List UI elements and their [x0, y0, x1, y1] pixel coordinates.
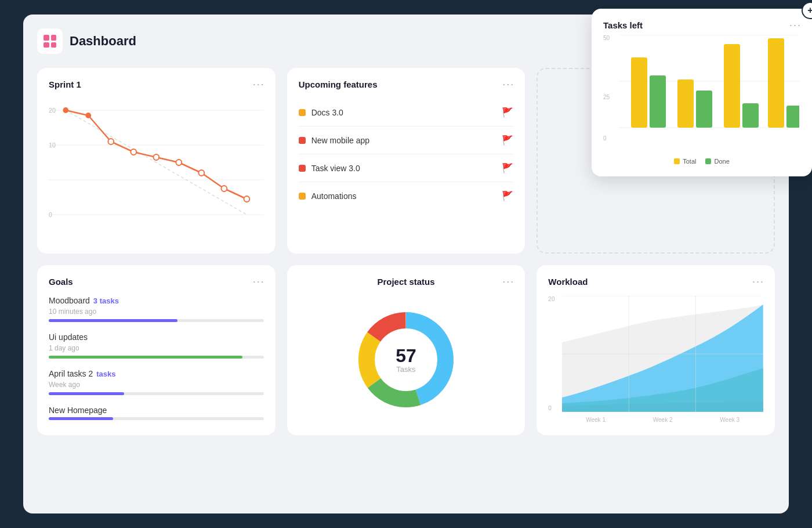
y-label-25: 25 — [603, 94, 610, 100]
svg-text:10: 10 — [49, 142, 56, 149]
legend-total-dot — [674, 158, 680, 164]
goals-menu[interactable]: ··· — [253, 276, 265, 288]
sprint-card: Sprint 1 ··· 20 10 0 — [37, 68, 276, 254]
feature-item-docs: Docs 3.0 🚩 — [299, 99, 514, 126]
goal-name-moodboard: Moodboard — [49, 296, 90, 305]
tasks-left-title: Tasks left — [603, 20, 800, 30]
svg-point-25 — [198, 170, 204, 176]
svg-point-26 — [222, 186, 227, 191]
goal-name-april: April tasks 2 — [49, 369, 93, 378]
svg-rect-7 — [724, 44, 740, 128]
progress-fill-homepage — [49, 417, 113, 420]
svg-point-27 — [244, 196, 250, 202]
goals-title: Goals — [49, 277, 264, 287]
flag-taskview: 🚩 — [502, 162, 513, 173]
workload-x-labels: Week 1 Week 2 Week 3 — [562, 417, 763, 423]
add-widget-button[interactable]: + — [802, 2, 812, 19]
sprint-menu[interactable]: ··· — [253, 78, 265, 91]
legend-done-dot — [705, 158, 711, 164]
svg-rect-10 — [786, 106, 799, 128]
svg-rect-8 — [742, 103, 759, 128]
workload-menu[interactable]: ··· — [752, 276, 764, 288]
donut-chart: 57 Tasks — [348, 302, 464, 418]
flag-automations: 🚩 — [502, 190, 513, 201]
project-menu[interactable]: ··· — [502, 276, 514, 288]
goals-card: Goals ··· Moodboard 3 tasks 10 minutes a… — [37, 265, 276, 435]
sprint-chart: 20 10 0 — [49, 99, 264, 238]
goal-name-ui: Ui updates — [49, 332, 88, 342]
workload-card: Workload ··· 20 0 — [536, 265, 775, 435]
progress-track-april — [49, 392, 264, 395]
goal-badge-april: tasks — [96, 370, 115, 378]
donut-number: 57 — [396, 346, 416, 365]
progress-track-moodboard — [49, 319, 264, 322]
y-label-50: 50 — [603, 35, 610, 41]
progress-fill-ui — [49, 356, 242, 359]
svg-point-20 — [85, 113, 91, 118]
legend-done: Done — [705, 158, 729, 165]
legend-total: Total — [674, 158, 696, 165]
donut-label: Tasks — [396, 365, 416, 374]
svg-point-24 — [176, 160, 182, 165]
svg-point-19 — [63, 107, 68, 113]
feature-name-mobile: New mobile app — [311, 136, 369, 145]
svg-text:0: 0 — [49, 211, 52, 218]
svg-point-23 — [153, 154, 159, 160]
feature-name-automations: Automations — [311, 191, 357, 201]
svg-rect-9 — [768, 38, 784, 128]
logo — [37, 28, 63, 54]
feature-item-mobile: New mobile app 🚩 — [299, 126, 514, 154]
goal-time-ui: 1 day ago — [49, 344, 264, 352]
logo-grid — [44, 35, 56, 48]
y-label-0: 0 — [603, 135, 607, 142]
svg-rect-4 — [650, 75, 666, 128]
goal-item-homepage: New Homepage — [49, 406, 264, 420]
features-card: Upcoming features ··· Docs 3.0 🚩 New mob… — [287, 68, 525, 254]
feature-dot-docs — [299, 109, 306, 116]
goal-time-april: Week ago — [49, 381, 264, 389]
donut-center: 57 Tasks — [396, 346, 416, 374]
features-menu[interactable]: ··· — [502, 78, 514, 91]
svg-point-21 — [108, 139, 114, 144]
features-title: Upcoming features — [299, 79, 514, 89]
tasks-left-card: + Tasks left ··· 50 25 0 — [592, 9, 812, 176]
goal-item-moodboard: Moodboard 3 tasks 10 minutes ago — [49, 296, 264, 322]
workload-y-0: 0 — [548, 405, 552, 411]
workload-chart-area: 20 0 — [548, 296, 763, 423]
tasks-left-menu[interactable]: ··· — [789, 19, 802, 31]
feature-name-taskview: Task view 3.0 — [311, 164, 360, 173]
goal-item-ui: Ui updates 1 day ago — [49, 332, 264, 359]
feature-dot-mobile — [299, 137, 306, 144]
project-title: Project status — [377, 277, 434, 287]
app-container: Dashboard + Tasks left ··· 50 25 0 — [23, 15, 789, 513]
x-label-week2: Week 2 — [653, 417, 673, 423]
x-label-week1: Week 1 — [586, 417, 606, 423]
feature-name-docs: Docs 3.0 — [311, 108, 343, 117]
x-label-week3: Week 3 — [720, 417, 740, 423]
progress-track-homepage — [49, 417, 264, 420]
tasks-chart-legend: Total Done — [603, 158, 800, 165]
flag-docs: 🚩 — [502, 107, 513, 118]
svg-rect-5 — [677, 79, 694, 128]
goal-time-moodboard: 10 minutes ago — [49, 308, 264, 316]
feature-item-automations: Automations 🚩 — [299, 182, 514, 209]
goal-item-april: April tasks 2 tasks Week ago — [49, 369, 264, 395]
svg-rect-3 — [631, 57, 647, 128]
project-status-card: Project status ··· — [287, 265, 525, 435]
feature-dot-taskview — [299, 165, 306, 172]
svg-rect-6 — [696, 91, 712, 128]
progress-fill-april — [49, 392, 124, 395]
workload-title: Workload — [548, 277, 763, 287]
progress-fill-moodboard — [49, 319, 177, 322]
flag-mobile: 🚩 — [502, 135, 513, 146]
goal-name-homepage: New Homepage — [49, 406, 107, 415]
progress-track-ui — [49, 356, 264, 359]
svg-line-18 — [66, 110, 246, 215]
sprint-title: Sprint 1 — [49, 79, 264, 89]
page-title: Dashboard — [70, 34, 136, 49]
feature-item-taskview: Task view 3.0 🚩 — [299, 154, 514, 182]
workload-y-20: 20 — [548, 296, 554, 302]
workload-svg — [562, 296, 763, 412]
tasks-bar-chart — [619, 35, 799, 151]
svg-point-22 — [130, 149, 136, 155]
